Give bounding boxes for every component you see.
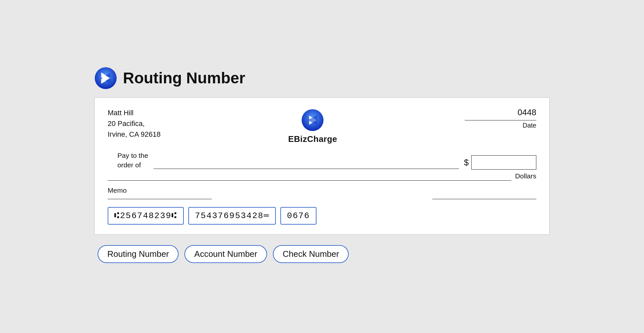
pay-to-label: Pay to theorder of xyxy=(117,151,148,170)
account-number-badge: Account Number xyxy=(184,245,267,263)
page-title: Routing Number xyxy=(123,69,245,87)
owner-name: Matt Hill xyxy=(108,107,161,118)
memo-label: Memo xyxy=(108,187,536,194)
outer-container: Routing Number Matt Hill 20 Pacifica, Ir… xyxy=(81,57,563,276)
memo-row: Memo xyxy=(108,187,536,199)
check-top-row: Matt Hill 20 Pacifica, Irvine, CA 92618 xyxy=(108,107,536,144)
memo-line-right xyxy=(432,199,536,199)
dollar-sign: $ xyxy=(464,158,469,168)
check-number: 0448 xyxy=(465,107,536,118)
pay-to-row: Pay to theorder of $ xyxy=(117,151,536,170)
micr-routing-text: ⑆256748239⑆ xyxy=(114,211,177,221)
check-center-logo: EBizCharge xyxy=(288,109,337,144)
header-logo-icon xyxy=(94,67,117,90)
date-label: Date xyxy=(465,122,536,129)
dollars-line xyxy=(108,180,511,181)
micr-check-box: 0676 xyxy=(280,207,316,225)
dollars-row: Dollars xyxy=(108,172,536,181)
check-number-badge: Check Number xyxy=(273,245,349,263)
labels-row: Routing Number Account Number Check Numb… xyxy=(94,245,550,263)
brand-name: EBizCharge xyxy=(288,134,337,144)
dollar-box-wrap: $ xyxy=(464,155,536,170)
date-underline xyxy=(465,120,536,120)
micr-row: ⑆256748239⑆ 754376953428═ 0676 xyxy=(108,207,536,225)
check-top-right: 0448 Date xyxy=(465,107,536,129)
address-line1: 20 Pacifica, xyxy=(108,118,161,129)
micr-check-text: 0676 xyxy=(287,211,310,221)
pay-to-line xyxy=(154,169,459,169)
address-line2: Irvine, CA 92618 xyxy=(108,129,161,140)
routing-number-badge: Routing Number xyxy=(98,245,179,263)
memo-line-left xyxy=(108,199,212,199)
amount-box[interactable] xyxy=(471,155,536,170)
check-address: Matt Hill 20 Pacifica, Irvine, CA 92618 xyxy=(108,107,161,140)
micr-account-box: 754376953428═ xyxy=(188,207,276,225)
brand-logo-icon xyxy=(301,109,324,132)
page-title-row: Routing Number xyxy=(94,67,550,90)
micr-routing-box: ⑆256748239⑆ xyxy=(108,207,184,225)
micr-account-text: 754376953428═ xyxy=(195,211,269,221)
memo-lines xyxy=(108,199,536,199)
dollars-label: Dollars xyxy=(511,172,536,180)
check-container: Matt Hill 20 Pacifica, Irvine, CA 92618 xyxy=(94,97,550,235)
